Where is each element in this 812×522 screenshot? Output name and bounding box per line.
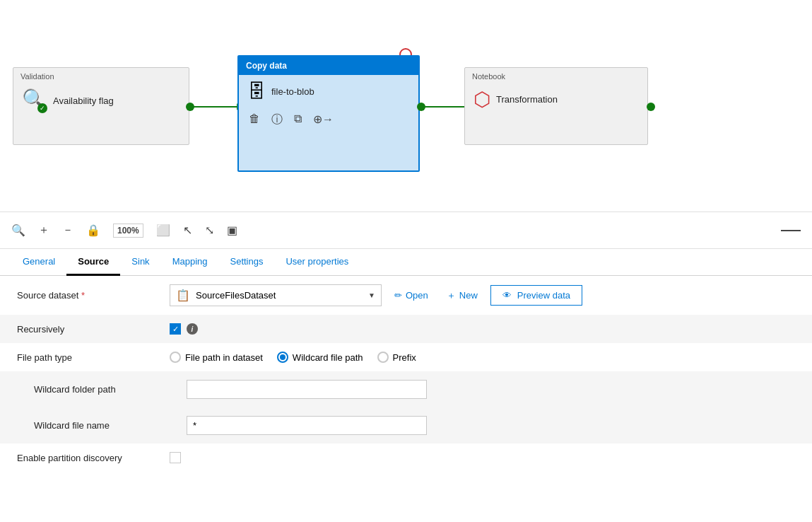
clone-icon[interactable]: ⧉ xyxy=(294,112,302,127)
source-dataset-label: Source dataset * xyxy=(17,290,158,301)
plus-icon: ＋ xyxy=(447,289,456,302)
validation-icon: 🔍 ✓ xyxy=(22,88,47,113)
minus-icon[interactable]: － xyxy=(62,223,73,238)
radio-label-1: File path in dataset xyxy=(185,352,263,363)
tab-mapping[interactable]: Mapping xyxy=(161,249,219,276)
source-dataset-row: Source dataset * 📋 SourceFilesDataset ▼ … xyxy=(0,276,812,315)
required-indicator: * xyxy=(81,290,85,301)
edit-icon: ✏ xyxy=(394,290,402,301)
tab-user-properties[interactable]: User properties xyxy=(274,249,360,276)
radio-label-2: Wildcard file path xyxy=(293,352,363,363)
arrange-icon[interactable]: ▣ xyxy=(227,224,237,237)
copy-data-node[interactable]: Copy data 🗄 file-to-blob 🗑 ⓘ ⧉ ⊕→ xyxy=(237,55,420,172)
resize-icon[interactable]: ⤡ xyxy=(205,224,214,237)
radio-outer-1 xyxy=(170,352,181,363)
copy-node-label: file-to-blob xyxy=(271,86,314,97)
dataset-value: SourceFilesDataset xyxy=(196,290,363,301)
connect-icon[interactable]: ⊕→ xyxy=(313,112,334,127)
recursively-checkbox[interactable]: ✓ xyxy=(170,323,181,335)
enable-partition-controls xyxy=(170,452,795,463)
radio-prefix[interactable]: Prefix xyxy=(377,352,416,363)
dropdown-arrow-icon: ▼ xyxy=(368,291,375,299)
tab-settings[interactable]: Settings xyxy=(219,249,275,276)
wildcard-file-label: Wildcard file name xyxy=(34,420,175,431)
connector-dot-3 xyxy=(647,103,655,111)
tab-sink[interactable]: Sink xyxy=(120,249,160,276)
source-form: Source dataset * 📋 SourceFilesDataset ▼ … xyxy=(0,276,812,519)
tab-general[interactable]: General xyxy=(11,249,66,276)
new-button[interactable]: ＋ New xyxy=(441,286,483,306)
radio-outer-3 xyxy=(377,352,389,363)
wildcard-folder-controls xyxy=(187,380,795,399)
wildcard-folder-input[interactable] xyxy=(187,380,427,399)
wildcard-folder-label: Wildcard folder path xyxy=(34,384,175,395)
source-dataset-dropdown[interactable]: 📋 SourceFilesDataset ▼ xyxy=(170,284,382,306)
recursively-label: Recursively xyxy=(17,324,158,335)
recursively-row: Recursively ✓ i xyxy=(0,315,812,343)
enable-partition-checkbox[interactable] xyxy=(170,452,181,463)
radio-outer-2 xyxy=(277,352,288,363)
fit-icon[interactable]: ⬜ xyxy=(156,224,170,237)
canvas-toolbar: 🔍 ＋ － 🔒 100% ⬜ ↖ ⤡ ▣ xyxy=(0,212,812,249)
info-icon-copy[interactable]: ⓘ xyxy=(271,112,283,127)
copy-data-icon: 🗄 xyxy=(247,81,266,103)
file-path-type-controls: File path in dataset Wildcard file path … xyxy=(170,352,795,363)
search-icon[interactable]: 🔍 xyxy=(11,224,25,237)
preview-icon: 👁 xyxy=(502,290,512,301)
copy-node-actions: 🗑 ⓘ ⧉ ⊕→ xyxy=(239,110,418,133)
connector-line-2 xyxy=(421,106,466,108)
dataset-icon: 📋 xyxy=(176,289,190,302)
validation-node-title: Validation xyxy=(13,68,189,82)
radio-file-path-in-dataset[interactable]: File path in dataset xyxy=(170,352,263,363)
notebook-node[interactable]: Notebook ⬡ Transformation xyxy=(464,67,648,145)
file-path-type-row: File path type File path in dataset Wild… xyxy=(0,343,812,371)
wildcard-folder-row: Wildcard folder path xyxy=(0,371,812,407)
recursively-checkbox-wrap: ✓ i xyxy=(170,323,198,335)
lock-icon[interactable]: 🔒 xyxy=(86,224,100,237)
notebook-node-title: Notebook xyxy=(465,68,647,82)
validation-node[interactable]: Validation 🔍 ✓ Availability flag xyxy=(13,67,189,145)
zoom-level[interactable]: 100% xyxy=(113,224,143,238)
radio-label-3: Prefix xyxy=(393,352,416,363)
source-dataset-controls: 📋 SourceFilesDataset ▼ ✏ Open ＋ New 👁 Pr… xyxy=(170,284,795,306)
copy-node-title: Copy data xyxy=(239,57,418,75)
wildcard-file-input[interactable] xyxy=(187,416,427,435)
delete-icon[interactable]: 🗑 xyxy=(249,112,260,127)
connector-line-1 xyxy=(189,106,239,108)
file-path-radio-group: File path in dataset Wildcard file path … xyxy=(170,352,416,363)
enable-partition-row: Enable partition discovery xyxy=(0,443,812,472)
preview-data-button[interactable]: 👁 Preview data xyxy=(490,285,582,306)
recursively-info-icon[interactable]: i xyxy=(187,323,198,335)
wildcard-file-row: Wildcard file name xyxy=(0,407,812,443)
recursively-controls: ✓ i xyxy=(170,323,795,335)
notebook-node-label: Transformation xyxy=(496,94,558,105)
pipeline-canvas: Validation 🔍 ✓ Availability flag Copy da… xyxy=(0,0,812,212)
enable-partition-label: Enable partition discovery xyxy=(17,453,158,463)
tab-source[interactable]: Source xyxy=(66,249,120,276)
open-button[interactable]: ✏ Open xyxy=(389,286,434,304)
radio-wildcard-file-path[interactable]: Wildcard file path xyxy=(277,352,363,363)
file-path-type-label: File path type xyxy=(17,352,158,363)
property-tabs: General Source Sink Mapping Settings Use… xyxy=(0,249,812,276)
notebook-icon: ⬡ xyxy=(473,88,490,111)
validation-node-label: Availability flag xyxy=(53,95,114,106)
toolbar-divider xyxy=(781,230,801,231)
enable-partition-checkbox-wrap xyxy=(170,452,181,463)
select-icon[interactable]: ↖ xyxy=(183,224,192,237)
add-icon[interactable]: ＋ xyxy=(38,223,49,238)
radio-inner-2 xyxy=(280,354,286,360)
wildcard-file-controls xyxy=(187,416,795,435)
